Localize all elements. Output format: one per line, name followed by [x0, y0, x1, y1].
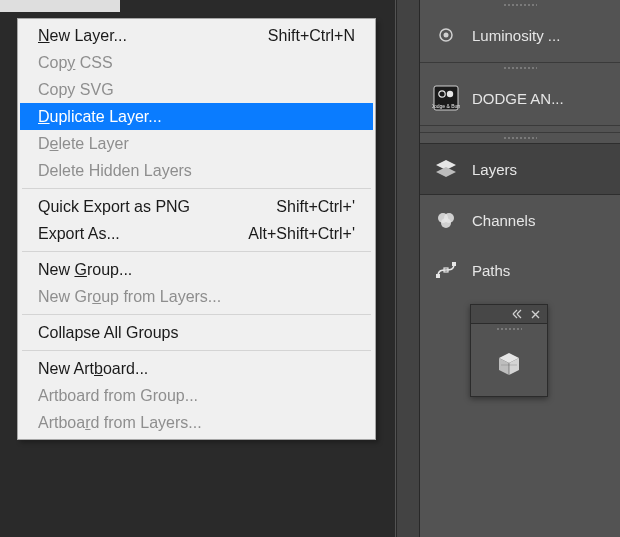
menu-item: Artboard from Layers...	[20, 409, 373, 436]
menu-item: Artboard from Group...	[20, 382, 373, 409]
menu-item: Delete Layer	[20, 130, 373, 157]
svg-text:Dodge & Burn: Dodge & Burn	[432, 103, 460, 109]
menu-item[interactable]: Collapse All Groups	[20, 319, 373, 346]
mini-panel-header[interactable]	[471, 305, 547, 324]
paths-icon	[432, 256, 460, 284]
tab-label: Layers	[472, 161, 517, 178]
menu-item[interactable]: Duplicate Layer...	[20, 103, 373, 130]
tab-channels[interactable]: Channels	[420, 195, 620, 245]
menu-separator	[22, 188, 371, 189]
menu-item-shortcut: Shift+Ctrl+'	[256, 198, 355, 216]
panel-collapsed-dodgeburn[interactable]: Dodge & Burn DODGE AN...	[420, 73, 620, 123]
floating-mini-panel[interactable]	[470, 304, 548, 397]
menu-item-label: Delete Hidden Layers	[38, 162, 192, 180]
tab-label: Paths	[472, 262, 510, 279]
layers-icon	[432, 155, 460, 183]
tab-label: Channels	[472, 212, 535, 229]
menu-item-label: New Artboard...	[38, 360, 148, 378]
svg-marker-7	[436, 167, 456, 177]
panel-group-actions: Luminosity ...	[420, 0, 620, 63]
tab-paths[interactable]: Paths	[420, 245, 620, 295]
panel-collapsed-luminosity[interactable]: Luminosity ...	[420, 10, 620, 60]
right-panels-dock: Luminosity ... Dodge & Burn DODGE AN...	[419, 0, 620, 537]
layer-context-menu: New Layer...Shift+Ctrl+NCopy CSSCopy SVG…	[17, 18, 376, 440]
menu-item: Copy SVG	[20, 76, 373, 103]
menu-item[interactable]: New Artboard...	[20, 355, 373, 382]
libraries-3d-icon	[495, 350, 523, 378]
menu-item-label: New Group from Layers...	[38, 288, 221, 306]
action-set-icon: Dodge & Burn	[432, 84, 460, 112]
menu-item-label: Copy SVG	[38, 81, 114, 99]
close-icon[interactable]	[529, 308, 541, 320]
menu-separator	[22, 350, 371, 351]
menu-item: New Group from Layers...	[20, 283, 373, 310]
mini-panel-grip[interactable]	[471, 324, 547, 332]
svg-point-4	[447, 91, 453, 97]
menu-separator	[22, 314, 371, 315]
svg-point-1	[444, 33, 449, 38]
svg-point-10	[441, 218, 451, 228]
menu-item[interactable]: Quick Export as PNGShift+Ctrl+'	[20, 193, 373, 220]
menu-item[interactable]: New Group...	[20, 256, 373, 283]
channels-icon	[432, 206, 460, 234]
menu-item[interactable]: Export As...Alt+Shift+Ctrl+'	[20, 220, 373, 247]
menu-item[interactable]: New Layer...Shift+Ctrl+N	[20, 22, 373, 49]
mini-panel-body[interactable]	[471, 332, 547, 396]
menu-item-label: Artboard from Group...	[38, 387, 198, 405]
menu-item-shortcut: Shift+Ctrl+N	[248, 27, 355, 45]
panel-grip[interactable]	[420, 133, 620, 143]
menu-item-label: Delete Layer	[38, 135, 129, 153]
luminosity-icon	[432, 21, 460, 49]
menu-item-label: New Layer...	[38, 27, 127, 45]
panel-group-layers: Layers Channels Paths	[420, 132, 620, 295]
expand-icon[interactable]	[511, 308, 523, 320]
tab-layers[interactable]: Layers	[420, 143, 620, 195]
menu-item-label: Artboard from Layers...	[38, 414, 202, 432]
menu-item-label: Quick Export as PNG	[38, 198, 190, 216]
menu-item: Copy CSS	[20, 49, 373, 76]
menu-item-shortcut: Alt+Shift+Ctrl+'	[228, 225, 355, 243]
menu-separator	[22, 251, 371, 252]
menu-item-label: Copy CSS	[38, 54, 113, 72]
panel-grip[interactable]	[420, 0, 620, 10]
menu-item-label: Export As...	[38, 225, 120, 243]
panel-group-dodgeburn: Dodge & Burn DODGE AN...	[420, 63, 620, 126]
menu-item-label: Collapse All Groups	[38, 324, 179, 342]
panel-label: Luminosity ...	[472, 27, 560, 44]
canvas-content	[0, 0, 120, 12]
svg-rect-11	[436, 274, 440, 278]
menu-item: Delete Hidden Layers	[20, 157, 373, 184]
panel-grip[interactable]	[420, 63, 620, 73]
panel-label: DODGE AN...	[472, 90, 564, 107]
menu-item-label: New Group...	[38, 261, 132, 279]
menu-item-label: Duplicate Layer...	[38, 108, 162, 126]
svg-rect-12	[452, 262, 456, 266]
